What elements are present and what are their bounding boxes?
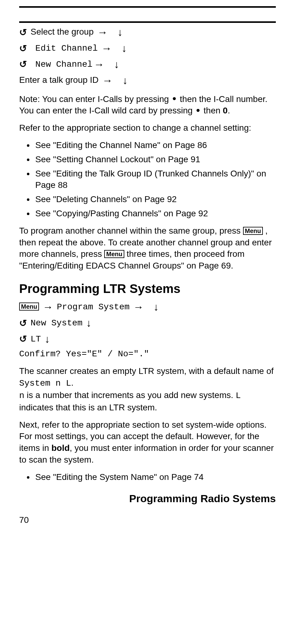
- top-rule-1: [19, 6, 276, 8]
- list-item: See "Deleting Channels" on Page 92: [34, 193, 276, 205]
- text: then: [201, 106, 223, 115]
- rotate-icon: ↺: [19, 58, 27, 71]
- arrow-down-icon: ↓: [86, 316, 92, 330]
- arrow-down-icon: ↓: [122, 74, 128, 88]
- step-text: LT: [31, 334, 41, 344]
- list-item: See "Copying/Pasting Channels" on Page 9…: [34, 208, 276, 219]
- zero-key: 0: [223, 106, 228, 115]
- text: indicates that this is an LTR system.: [19, 403, 157, 412]
- step-text: Enter a talk group ID: [19, 75, 99, 85]
- step-lt: ↺ LT ↓: [19, 332, 276, 346]
- system-options-paragraph: Next, refer to the appropriate section t…: [19, 419, 276, 466]
- manual-page: ↺ Select the group → ↓ ↺ Edit Channel → …: [0, 0, 295, 532]
- text: To program another channel within the sa…: [19, 226, 243, 235]
- menu-keycap: Menu: [104, 250, 124, 258]
- refer-paragraph: Refer to the appropriate section to chan…: [19, 122, 276, 134]
- step-select-group: ↺ Select the group → ↓: [19, 25, 276, 40]
- menu-keycap: Menu: [19, 303, 39, 311]
- step-text: Select the group: [31, 27, 94, 36]
- arrow-down-icon: ↓: [114, 57, 119, 72]
- system-name-template: System n L: [19, 379, 71, 388]
- reference-list-channels: See "Editing the Channel Name" on Page 8…: [19, 139, 276, 219]
- rotate-icon: ↺: [19, 42, 27, 55]
- step-new-system: ↺ New System ↓: [19, 316, 276, 330]
- step-text: New Channel: [35, 60, 92, 69]
- arrow-right-icon: →: [101, 41, 112, 56]
- text: .: [228, 106, 230, 115]
- list-item: See "Editing the Talk Group ID (Trunked …: [34, 168, 276, 191]
- l-placeholder: L: [236, 391, 241, 400]
- step-confirm: Confirm? Yes="E" / No=".": [19, 348, 276, 360]
- rotate-icon: ↺: [19, 333, 27, 345]
- page-number: 70: [19, 514, 276, 526]
- menu-keycap: Menu: [243, 227, 263, 235]
- text: Note: You can enter I-Calls by pressing: [19, 94, 171, 104]
- list-item: See "Setting Channel Lockout" on Page 91: [34, 154, 276, 165]
- footer-section-title: Programming Radio Systems: [19, 492, 276, 506]
- arrow-down-icon: ↓: [153, 300, 159, 314]
- text: The scanner creates an empty LTR system,…: [19, 366, 274, 376]
- step-text: Program System: [57, 302, 130, 312]
- arrow-right-icon: →: [133, 300, 144, 314]
- list-item: See "Editing the System Name" on Page 74: [34, 471, 276, 483]
- step-text: New System: [31, 318, 83, 328]
- section-heading-ltr: Programming LTR Systems: [19, 280, 276, 297]
- rotate-icon: ↺: [19, 317, 27, 330]
- step-new-channel: ↺ New Channel→ ↓: [19, 57, 276, 72]
- text: .: [71, 378, 74, 388]
- step-text: Edit Channel: [35, 44, 98, 53]
- arrow-down-icon: ↓: [122, 41, 127, 56]
- arrow-down-icon: ↓: [118, 25, 123, 40]
- arrow-right-icon: →: [43, 300, 53, 314]
- step-enter-tgid: Enter a talk group ID → ↓: [19, 74, 276, 88]
- text: is a number that increments as you add n…: [24, 390, 236, 400]
- another-channel-paragraph: To program another channel within the sa…: [19, 225, 276, 272]
- list-item: See "Editing the Channel Name" on Page 8…: [34, 139, 276, 151]
- ltr-create-paragraph: The scanner creates an empty LTR system,…: [19, 365, 276, 413]
- reference-list-system: See "Editing the System Name" on Page 74: [19, 471, 276, 483]
- n-placeholder: n: [19, 391, 24, 400]
- arrow-right-icon: →: [97, 25, 108, 40]
- step-edit-channel: ↺ Edit Channel → ↓: [19, 41, 276, 56]
- step-program-system: Menu → Program System → ↓: [19, 300, 276, 314]
- arrow-down-icon: ↓: [45, 332, 50, 346]
- arrow-right-icon: →: [94, 57, 104, 72]
- top-rule-2: [19, 21, 276, 23]
- rotate-icon: ↺: [19, 26, 27, 39]
- bold-word: bold: [51, 443, 70, 453]
- arrow-right-icon: →: [102, 74, 113, 88]
- note-paragraph: Note: You can enter I-Calls by pressing …: [19, 93, 276, 117]
